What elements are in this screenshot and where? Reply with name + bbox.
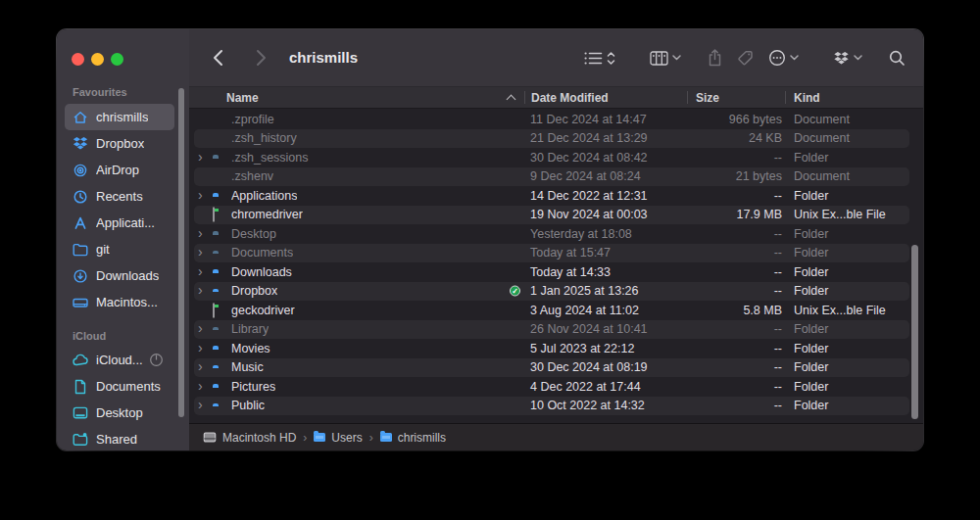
table-row[interactable]: .zsh_history 21 Dec 2024 at 13:29 24 KB … <box>194 129 909 149</box>
desktop-icon <box>71 404 90 422</box>
path-bar: Macintosh HD › Users › chrismills <box>189 423 923 450</box>
breadcrumb-separator-icon: › <box>303 431 307 445</box>
disclosure-chevron-icon[interactable]: › <box>198 245 203 259</box>
column-header-date[interactable]: Date Modified <box>531 91 609 105</box>
hard-drive-icon <box>71 294 90 311</box>
column-header-kind[interactable]: Kind <box>794 91 820 105</box>
table-row[interactable]: › Movies 5 Jul 2023 at 22:12 -- Folder <box>194 339 909 358</box>
sidebar-item-label: Applicati... <box>96 215 155 230</box>
content-scrollbar[interactable] <box>911 245 918 419</box>
breadcrumb-separator-icon: › <box>369 431 373 445</box>
sidebar-item-recents[interactable]: Recents <box>65 183 174 210</box>
disclosure-chevron-icon[interactable]: › <box>198 283 203 297</box>
sidebar-item-dropbox[interactable]: Dropbox <box>65 130 174 157</box>
sidebar-scrollbar[interactable] <box>178 88 184 417</box>
search-icon[interactable] <box>887 46 907 71</box>
document-icon <box>71 378 90 396</box>
disclosure-chevron-icon[interactable]: › <box>198 226 203 240</box>
recents-clock-icon <box>71 188 90 206</box>
dropbox-icon <box>71 135 90 153</box>
executable-icon <box>213 208 215 221</box>
main-pane: chrismills <box>189 29 923 450</box>
downloads-icon <box>71 267 90 285</box>
breadcrumb-label: Users <box>331 431 362 445</box>
list-view-icon[interactable] <box>582 47 617 70</box>
tag-icon[interactable] <box>735 46 756 71</box>
sidebar-item-airdrop[interactable]: AirDrop <box>65 157 174 183</box>
column-header-size[interactable]: Size <box>696 91 719 105</box>
table-row[interactable]: › Downloads Today at 14:33 -- Folder <box>194 262 909 282</box>
disclosure-chevron-icon[interactable]: › <box>198 341 203 355</box>
more-options-icon[interactable] <box>766 45 801 71</box>
table-row[interactable]: › Public 10 Oct 2022 at 14:32 -- Folder <box>194 397 909 416</box>
breadcrumb-label: Macintosh HD <box>222 431 296 445</box>
sidebar-item-macintosh-hd[interactable]: Macintos... <box>65 289 174 315</box>
table-row[interactable]: geckodriver 3 Aug 2024 at 11:02 5.8 MB U… <box>194 301 909 320</box>
sidebar-item-label: Recents <box>96 189 143 204</box>
sidebar-item-shared[interactable]: Shared <box>65 426 174 450</box>
table-row[interactable]: › Library 26 Nov 2024 at 10:41 -- Folder <box>194 320 909 340</box>
zoom-button[interactable] <box>111 53 123 66</box>
folder-icon <box>314 433 325 442</box>
shared-folder-icon <box>71 431 90 449</box>
traffic-lights <box>72 53 123 66</box>
sync-progress-icon <box>149 353 164 367</box>
sidebar-item-label: Macintos... <box>96 295 158 309</box>
table-row[interactable]: › .zsh_sessions 30 Dec 2024 at 08:42 -- … <box>194 148 909 167</box>
back-icon[interactable] <box>207 45 228 71</box>
breadcrumb-chrismills[interactable]: chrismills <box>380 431 446 445</box>
forward-icon[interactable] <box>250 45 271 71</box>
share-icon[interactable] <box>706 45 724 71</box>
table-row[interactable]: .zprofile 11 Dec 2024 at 14:47 966 bytes… <box>194 110 909 129</box>
cloud-icon <box>71 352 90 369</box>
sidebar-item-downloads[interactable]: Downloads <box>65 262 174 289</box>
table-row[interactable]: chromedriver 19 Nov 2024 at 00:03 17.9 M… <box>194 206 909 225</box>
airdrop-icon <box>71 162 90 179</box>
finder-window: Favourites chrismills Dropbox AirDrop <box>57 29 923 450</box>
disclosure-chevron-icon[interactable]: › <box>198 150 203 164</box>
sidebar-item-label: Downloads <box>96 268 159 283</box>
executable-icon <box>213 304 215 317</box>
sidebar-item-documents[interactable]: Documents <box>65 373 174 400</box>
toolbar: chrismills <box>189 29 923 86</box>
disclosure-chevron-icon[interactable]: › <box>198 321 203 335</box>
disclosure-chevron-icon[interactable]: › <box>198 264 203 278</box>
sidebar-item-label: Desktop <box>96 405 143 420</box>
table-row[interactable]: › Dropbox 1 Jan 2025 at 13:26 -- Folder <box>194 282 909 302</box>
group-view-icon[interactable] <box>648 47 683 70</box>
sort-ascending-icon <box>507 95 516 105</box>
table-row[interactable]: › Applications 14 Dec 2022 at 12:31 -- F… <box>194 186 909 206</box>
home-folder-icon <box>380 433 392 442</box>
table-row[interactable]: › Pictures 4 Dec 2022 at 17:44 -- Folder <box>194 377 909 397</box>
minimize-button[interactable] <box>91 53 104 66</box>
icloud-section-header: iCloud <box>73 330 106 342</box>
disclosure-chevron-icon[interactable]: › <box>198 398 203 411</box>
disclosure-chevron-icon[interactable]: › <box>198 188 203 202</box>
table-row[interactable]: › Music 30 Dec 2024 at 08:19 -- Folder <box>194 358 909 378</box>
sidebar-item-label: Shared <box>96 432 137 447</box>
table-row[interactable]: .zshenv 9 Dec 2024 at 08:24 21 bytes Doc… <box>194 167 909 187</box>
column-header-name[interactable]: Name <box>226 91 259 105</box>
column-headers: Name Date Modified Size Kind <box>189 86 923 109</box>
close-button[interactable] <box>72 53 84 66</box>
window-title: chrismills <box>289 49 358 66</box>
disclosure-chevron-icon[interactable]: › <box>198 379 203 393</box>
table-row[interactable]: › Desktop Yesterday at 18:08 -- Folder <box>194 224 909 244</box>
sidebar-item-applications[interactable]: Applicati... <box>65 210 174 236</box>
dropbox-toolbar-icon[interactable] <box>831 47 864 70</box>
table-row[interactable]: › Documents Today at 15:47 -- Folder <box>194 244 909 263</box>
sidebar-item-desktop[interactable]: Desktop <box>65 400 174 426</box>
sidebar-item-git[interactable]: git <box>65 236 174 262</box>
disclosure-chevron-icon[interactable]: › <box>198 359 203 373</box>
hard-drive-icon <box>203 431 217 444</box>
sidebar-item-chrismills[interactable]: chrismills <box>65 104 174 130</box>
view-switcher-chevrons-icon <box>607 51 615 66</box>
applications-icon <box>71 214 90 232</box>
favourites-section-header: Favourites <box>73 86 127 98</box>
sidebar-item-label: AirDrop <box>96 163 139 177</box>
breadcrumb-users[interactable]: Users <box>314 431 362 445</box>
sidebar-item-icloud-drive[interactable]: iCloud... <box>65 347 174 373</box>
breadcrumb-macintosh-hd[interactable]: Macintosh HD <box>203 431 296 445</box>
sidebar-item-label: Documents <box>96 379 161 394</box>
sidebar-item-label: chrismills <box>96 110 148 124</box>
